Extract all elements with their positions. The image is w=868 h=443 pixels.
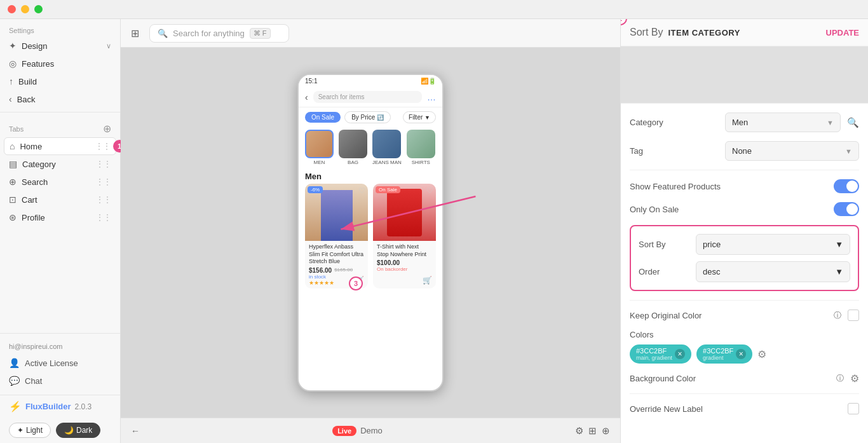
sidebar-item-active-license[interactable]: 👤 Active License (0, 354, 120, 372)
toggle-thumb (846, 181, 858, 192)
demo-label[interactable]: Demo (360, 426, 383, 435)
shirts-category-label: SHIRTS (407, 160, 435, 165)
cart-icon: ⊡ (9, 194, 17, 205)
on-sale-chip[interactable]: On Sale (305, 112, 341, 123)
sidebar-category-label: Category (22, 160, 91, 169)
close-button[interactable] (8, 5, 16, 13)
tag-select[interactable]: None ▼ (725, 141, 859, 161)
sidebar-item-search[interactable]: ⊕ Search ⋮⋮ (0, 173, 120, 191)
sidebar-item-home[interactable]: ⌂ Home ⋮⋮ 1 (4, 137, 116, 155)
color-settings-icon[interactable]: ⚙ (757, 348, 766, 360)
phone-nav-bar: ‹ Search for items … (299, 87, 442, 107)
phone-menu-icon[interactable]: … (427, 92, 436, 102)
user-email: hi@inspireui.com (0, 339, 120, 354)
tag-field-row: Tag None ▼ (630, 141, 859, 161)
add-to-cart-2[interactable]: 🛒 (423, 276, 432, 285)
bottom-bar-center: Live Demo (332, 426, 383, 436)
sidebar-design-label: Design (22, 41, 101, 51)
keep-original-checkbox[interactable] (848, 310, 859, 321)
cart-drag-handle[interactable]: ⋮⋮ (96, 195, 111, 204)
search-bar[interactable]: 🔍 Search for anything ⌘ F (149, 24, 289, 43)
titlebar (0, 0, 868, 19)
sidebar: Settings ✦ Design ∨ ◎ Features ↑ Build ‹… (0, 19, 121, 443)
tag-field-label: Tag (630, 146, 719, 156)
topbar: ⊞ 🔍 Search for anything ⌘ F (121, 19, 620, 48)
back-nav-icon[interactable]: ← (131, 426, 140, 436)
category-icon: ▤ (9, 159, 17, 169)
color-chip-2-remove[interactable]: × (736, 349, 746, 359)
category-men[interactable]: MEN (305, 130, 334, 165)
color-chip-2: #3CC2BF gradient × (696, 344, 752, 364)
profile-icon: ⊛ (9, 212, 17, 222)
order-row: Order desc ▼ (639, 261, 850, 282)
color-chip-1-sub: main, gradient (636, 355, 672, 361)
panel-back-button[interactable]: Sort By (630, 27, 663, 38)
category-drag-handle[interactable]: ⋮⋮ (96, 160, 111, 168)
sort-by-select[interactable]: price ▼ (696, 234, 850, 255)
sidebar-item-build[interactable]: ↑ Build (0, 72, 120, 90)
theme-bar: ✦ Light 🌙 Dark (0, 418, 120, 443)
bg-color-row: Background Color ⓘ ⚙ (630, 372, 859, 385)
sidebar-item-design[interactable]: ✦ Design ∨ (0, 37, 120, 55)
live-badge[interactable]: Live (332, 426, 356, 436)
order-select[interactable]: desc ▼ (696, 261, 850, 282)
only-on-sale-label: Only On Sale (630, 205, 834, 214)
step-badge-2: 2 (620, 19, 627, 25)
search-icon: 🔍 (158, 29, 168, 38)
category-shirts[interactable]: SHIRTS (407, 130, 435, 165)
phone-search-field[interactable]: Search for items (313, 91, 422, 103)
sidebar-item-profile[interactable]: ⊛ Profile ⋮⋮ (0, 208, 120, 226)
jeans-category-img (372, 130, 401, 158)
category-bag[interactable]: BAG (339, 130, 367, 165)
tabs-section-label: Tabs (9, 125, 103, 133)
bottom-bar: ← Live Demo ⚙ ⊞ ⊕ (121, 418, 620, 443)
category-select[interactable]: Men ▼ (725, 112, 841, 132)
zoom-icon[interactable]: ⊕ (602, 425, 610, 437)
phone-time: 15:1 (305, 78, 317, 85)
category-search-icon[interactable]: 🔍 (847, 117, 859, 128)
filter-button[interactable]: Filter ▼ (403, 111, 436, 123)
override-label-checkbox[interactable] (848, 403, 859, 414)
color-chip-1-remove[interactable]: × (675, 349, 685, 359)
sidebar-item-features[interactable]: ◎ Features (0, 55, 120, 72)
product-card-2[interactable]: On Sale ♡ T-Shirt with Next Stop Nowhere… (373, 184, 436, 289)
category-jeans[interactable]: JEANS MAN (372, 130, 402, 165)
order-dropdown-icon: ▼ (835, 267, 843, 276)
panel-body: Category Men ▼ 🔍 Tag None ▼ Show Feature… (621, 104, 868, 443)
profile-drag-handle[interactable]: ⋮⋮ (96, 213, 111, 222)
grid-view-icon[interactable]: ⊞ (588, 425, 597, 437)
dark-theme-button[interactable]: 🌙 Dark (56, 423, 100, 438)
add-tab-icon[interactable]: ⊕ (103, 123, 111, 135)
phone-mockup: 15:1 📶🔋 ‹ Search for items … On Sale By (297, 74, 444, 392)
category-field-row: Category Men ▼ 🔍 (630, 112, 859, 132)
product-heart-1[interactable]: ♡ (358, 186, 365, 195)
minimize-button[interactable] (21, 5, 29, 13)
moon-icon: 🌙 (64, 426, 74, 435)
color-chip-1: #3CC2BF main, gradient × (630, 344, 691, 364)
sort-by-dropdown-icon: ▼ (835, 240, 843, 249)
settings-icon[interactable]: ⚙ (575, 425, 583, 437)
light-theme-button[interactable]: ✦ Light (9, 423, 51, 438)
bag-category-label: BAG (339, 160, 367, 165)
product-heart-2[interactable]: ♡ (426, 186, 433, 195)
sidebar-item-category[interactable]: ▤ Category ⋮⋮ (0, 155, 120, 173)
bg-color-gear-icon[interactable]: ⚙ (850, 372, 859, 385)
show-featured-toggle[interactable] (834, 179, 859, 193)
by-price-chip[interactable]: By Price 🔃 (344, 111, 391, 123)
product-name-1: Hyperflex Anbass Slim Fit Comfort Ultra … (309, 243, 364, 266)
order-label: Order (639, 267, 689, 276)
maximize-button[interactable] (34, 5, 43, 13)
search-drag-handle[interactable]: ⋮⋮ (96, 177, 111, 186)
phone-search-placeholder: Search for items (318, 93, 365, 100)
product-price-2: $100.00 (377, 259, 432, 266)
right-panel: 2 Sort By ITEM CATEGORY UPDATE Category … (620, 19, 868, 443)
sidebar-item-back[interactable]: ‹ Back (0, 90, 120, 108)
panel-update-button[interactable]: UPDATE (826, 28, 859, 37)
sidebar-item-cart[interactable]: ⊡ Cart ⋮⋮ (0, 191, 120, 208)
home-drag-handle[interactable]: ⋮⋮ (95, 142, 111, 151)
only-on-sale-toggle[interactable] (834, 202, 859, 216)
grid-icon[interactable]: ⊞ (131, 27, 139, 39)
product-card-1[interactable]: -6% ♡ Hyperflex Anbass Slim Fit Comfort … (305, 184, 368, 289)
search-placeholder: Search for anything (173, 29, 245, 38)
sidebar-item-chat[interactable]: 💬 Chat (0, 372, 120, 390)
